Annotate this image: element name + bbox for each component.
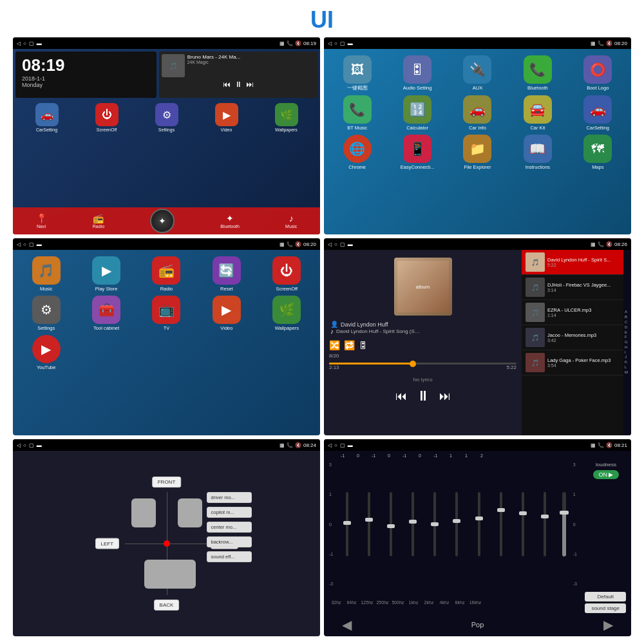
progress-handle[interactable]	[410, 361, 416, 367]
eq-slider-4khz[interactable]	[491, 459, 511, 589]
app-settings[interactable]: ⚙ Settings	[138, 103, 195, 132]
bar-music[interactable]: ♪ Music	[285, 213, 297, 229]
app-carsetting2[interactable]: 🚗 CarSetting	[570, 95, 626, 131]
menu-icon-2[interactable]: ▬	[348, 41, 353, 46]
eq-icon[interactable]: 🎛	[359, 340, 368, 350]
recents-icon-4[interactable]: ▢	[340, 242, 345, 247]
playlist-item-1[interactable]: 🎵 David Lyndon Huff - Spirit S... 5:22	[522, 250, 631, 275]
menu-icon-4[interactable]: ▬	[348, 242, 353, 247]
prev-btn[interactable]: ⏮	[223, 80, 231, 89]
back-icon[interactable]: ◁	[17, 41, 21, 46]
prev-track-btn[interactable]: ⏮	[395, 390, 407, 403]
opt-driver[interactable]: driver mo...	[207, 492, 252, 503]
app-bluetooth[interactable]: 📞 Bluetooth	[509, 55, 565, 91]
bar-bluetooth[interactable]: ✦ Bluetooth	[220, 213, 240, 229]
eq-slider-125hz[interactable]	[381, 459, 401, 589]
play-btn[interactable]: ⏸	[234, 80, 242, 89]
app-video2[interactable]: ▶ Video	[198, 296, 254, 331]
master-handle[interactable]	[560, 511, 569, 515]
app-toolcabinet[interactable]: 🧰 Tool cabinet	[78, 296, 134, 331]
eq-slider-32hz[interactable]	[337, 459, 357, 589]
menu-icon-6[interactable]: ▬	[348, 442, 353, 448]
app-settings2[interactable]: ⚙ Settings	[18, 296, 74, 331]
eq-handle-8[interactable]	[497, 508, 505, 512]
menu-icon-5[interactable]: ▬	[37, 442, 42, 448]
app-easyconn[interactable]: 📱 EasyConnecti...	[389, 135, 445, 170]
sound-stage-btn[interactable]: sound stage	[585, 603, 626, 613]
menu-icon-3[interactable]: ▬	[37, 242, 42, 247]
eq-handle-9[interactable]	[519, 511, 527, 515]
app-wallpapers[interactable]: 🌿 Wallpapers	[258, 103, 315, 132]
app-carkit[interactable]: 🚘 Car Kit	[509, 95, 565, 131]
eq-slider-2khz[interactable]	[469, 459, 489, 589]
recents-icon-5[interactable]: ▢	[29, 442, 34, 448]
next-track-btn[interactable]: ⏭	[439, 390, 451, 403]
opt-center[interactable]: center mo...	[207, 522, 252, 533]
opt-backrow[interactable]: backrow...	[207, 536, 252, 547]
app-bootlogo[interactable]: ⭕ Boot Logo	[570, 55, 626, 91]
eq-handle-4[interactable]	[409, 520, 417, 524]
recents-icon-2[interactable]: ▢	[340, 41, 345, 46]
home-icon-3[interactable]: ○	[23, 242, 26, 247]
eq-handle-10[interactable]	[541, 515, 549, 518]
default-btn[interactable]: Default	[585, 592, 626, 601]
app-music[interactable]: 🎵 Music	[18, 256, 74, 292]
app-fileexplorer[interactable]: 📁 File Explorer	[450, 135, 506, 170]
home-icon-4[interactable]: ○	[334, 242, 337, 247]
back-icon-6[interactable]: ◁	[328, 442, 332, 448]
eq-master-slider[interactable]	[558, 459, 571, 589]
app-maps[interactable]: 🗺 Maps	[570, 135, 626, 170]
home-icon-6[interactable]: ○	[334, 442, 337, 448]
progress-bar[interactable]: 2:13 5:22	[329, 363, 516, 370]
eq-slider-500hz[interactable]	[424, 459, 445, 589]
eq-handle-5[interactable]	[431, 522, 439, 526]
app-screenshot[interactable]: 🖼 一键截图	[329, 55, 385, 91]
bar-navi[interactable]: 📍 Navi	[36, 213, 47, 229]
shuffle-icon[interactable]: 🔀	[329, 340, 340, 350]
app-screenoff[interactable]: ⏻ ScreenOff	[78, 103, 135, 132]
recents-icon-6[interactable]: ▢	[340, 442, 345, 448]
app-wallpapers2[interactable]: 🌿 Wallpapers	[259, 296, 315, 331]
btn-back[interactable]: BACK	[154, 600, 180, 611]
app-tv[interactable]: 📺 TV	[138, 296, 194, 331]
playlist-item-5[interactable]: 🎵 Lady Gaga - Poker Face.mp3 3:54	[522, 350, 631, 375]
eq-handle-3[interactable]	[387, 524, 395, 528]
home-icon[interactable]: ○	[23, 41, 26, 46]
eq-slider-64hz[interactable]	[359, 459, 379, 589]
home-icon-5[interactable]: ○	[23, 442, 26, 448]
opt-soundeff[interactable]: sound eff...	[207, 551, 252, 562]
prev-mode-btn[interactable]: ◀	[342, 617, 352, 632]
next-btn[interactable]: ⏭	[246, 80, 254, 89]
eq-handle-6[interactable]	[453, 519, 460, 523]
eq-slider-250hz[interactable]	[402, 459, 423, 589]
back-icon-4[interactable]: ◁	[328, 242, 332, 247]
app-audiosetting[interactable]: 🎛 Audio Setting	[389, 55, 445, 91]
app-playstore[interactable]: ▶ Play Store	[78, 256, 134, 292]
playlist-item-4[interactable]: 🎵 Jacoo - Memories.mp3 3:42	[522, 325, 631, 350]
app-btmusic[interactable]: 📞 BT Music	[329, 95, 385, 131]
app-instructions[interactable]: 📖 Instructions	[509, 135, 565, 170]
back-icon-3[interactable]: ◁	[17, 242, 21, 247]
app-youtube[interactable]: ▶ YouTube	[18, 335, 74, 370]
playlist-item-3[interactable]: 🎵 EZRA - ULCER.mp3 1:14	[522, 300, 631, 325]
eq-handle-1[interactable]	[343, 521, 351, 525]
eq-handle-2[interactable]	[365, 518, 373, 522]
loudness-toggle[interactable]: ON ▶	[593, 470, 618, 479]
home-icon-2[interactable]: ○	[334, 41, 337, 46]
pause-btn[interactable]: ⏸	[416, 388, 430, 404]
app-chrome[interactable]: 🌐 Chrome	[329, 135, 385, 170]
eq-slider-1khz[interactable]	[446, 459, 467, 589]
eq-slider-16khz[interactable]	[535, 459, 555, 589]
btn-front[interactable]: FRONT	[152, 477, 182, 488]
app-aux[interactable]: 🔌 AUX	[450, 55, 506, 91]
eq-handle-7[interactable]	[475, 516, 483, 520]
app-calculator[interactable]: 🔢 Calculator	[389, 95, 445, 131]
menu-icon[interactable]: ▬	[37, 41, 42, 46]
app-radio[interactable]: 📻 Radio	[138, 256, 194, 292]
repeat-icon[interactable]: 🔁	[344, 340, 355, 350]
playlist-item-2[interactable]: 🎵 DJHoli - Firebac VS Jaygee... 3:14	[522, 275, 631, 300]
app-carsetting[interactable]: 🚗 CarSetting	[18, 103, 75, 132]
eq-slider-8khz[interactable]	[513, 459, 533, 589]
bar-center[interactable]: ✦	[150, 209, 175, 233]
app-screenoff2[interactable]: ⏻ ScreenOff	[259, 256, 315, 292]
